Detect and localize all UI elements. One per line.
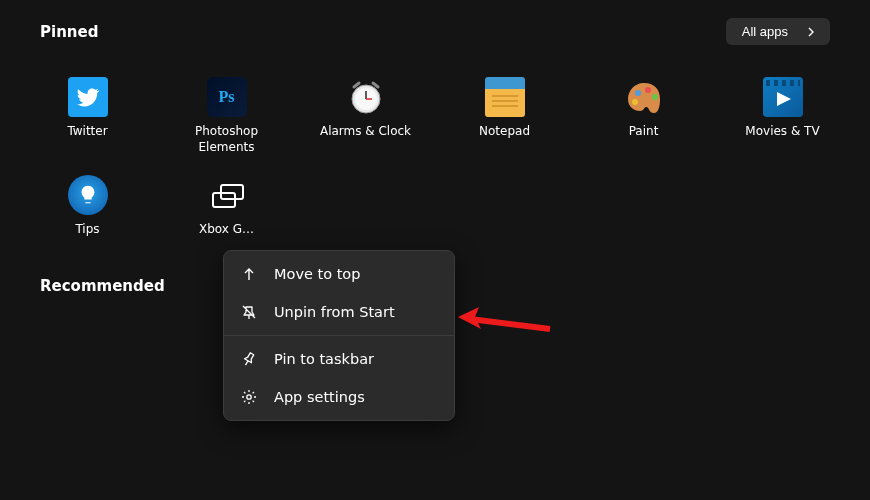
photoshop-icon: Ps bbox=[207, 77, 247, 117]
gear-icon bbox=[240, 388, 258, 406]
unpin-icon bbox=[240, 303, 258, 321]
context-app-settings[interactable]: App settings bbox=[224, 378, 454, 416]
context-item-label: Move to top bbox=[274, 266, 360, 282]
app-label: Photoshop Elements bbox=[172, 123, 282, 155]
all-apps-label: All apps bbox=[742, 24, 788, 39]
xbox-gamebar-icon bbox=[207, 175, 247, 215]
context-separator bbox=[224, 335, 454, 336]
app-tile-tips[interactable]: Tips bbox=[18, 163, 157, 259]
app-label: Xbox G… bbox=[199, 221, 254, 237]
app-tile-paint[interactable]: Paint bbox=[574, 65, 713, 163]
svg-point-4 bbox=[652, 94, 658, 100]
app-tile-notepad[interactable]: Notepad bbox=[435, 65, 574, 163]
paint-icon bbox=[624, 77, 664, 117]
app-tile-photoshop[interactable]: Ps Photoshop Elements bbox=[157, 65, 296, 163]
app-label: Twitter bbox=[67, 123, 107, 139]
context-menu: Move to top Unpin from Start Pin to task… bbox=[223, 250, 455, 421]
svg-point-2 bbox=[635, 90, 641, 96]
annotation-arrow bbox=[455, 297, 555, 341]
app-label: Tips bbox=[75, 221, 99, 237]
context-unpin-from-start[interactable]: Unpin from Start bbox=[224, 293, 454, 331]
app-label: Notepad bbox=[479, 123, 530, 139]
app-tile-movies[interactable]: Movies & TV bbox=[713, 65, 852, 163]
pinned-grid: Twitter Ps Photoshop Elements Alarms & C… bbox=[0, 55, 870, 259]
movies-icon bbox=[763, 77, 803, 117]
alarm-clock-icon bbox=[346, 77, 386, 117]
context-item-label: Pin to taskbar bbox=[274, 351, 374, 367]
app-tile-alarms[interactable]: Alarms & Clock bbox=[296, 65, 435, 163]
app-label: Alarms & Clock bbox=[320, 123, 411, 139]
pinned-title: Pinned bbox=[40, 23, 98, 41]
arrow-up-icon bbox=[240, 265, 258, 283]
context-move-to-top[interactable]: Move to top bbox=[224, 255, 454, 293]
context-item-label: Unpin from Start bbox=[274, 304, 395, 320]
notepad-icon bbox=[485, 77, 525, 117]
app-label: Movies & TV bbox=[745, 123, 819, 139]
tips-icon bbox=[68, 175, 108, 215]
app-label: Paint bbox=[629, 123, 659, 139]
twitter-icon bbox=[68, 77, 108, 117]
svg-point-5 bbox=[632, 99, 638, 105]
context-item-label: App settings bbox=[274, 389, 365, 405]
chevron-right-icon bbox=[806, 25, 816, 39]
context-pin-to-taskbar[interactable]: Pin to taskbar bbox=[224, 340, 454, 378]
app-tile-twitter[interactable]: Twitter bbox=[18, 65, 157, 163]
all-apps-button[interactable]: All apps bbox=[726, 18, 830, 45]
svg-point-3 bbox=[645, 87, 651, 93]
pinned-header: Pinned All apps bbox=[0, 0, 870, 55]
app-tile-xbox[interactable]: Xbox G… bbox=[157, 163, 296, 259]
svg-point-8 bbox=[247, 395, 251, 399]
pin-icon bbox=[240, 350, 258, 368]
